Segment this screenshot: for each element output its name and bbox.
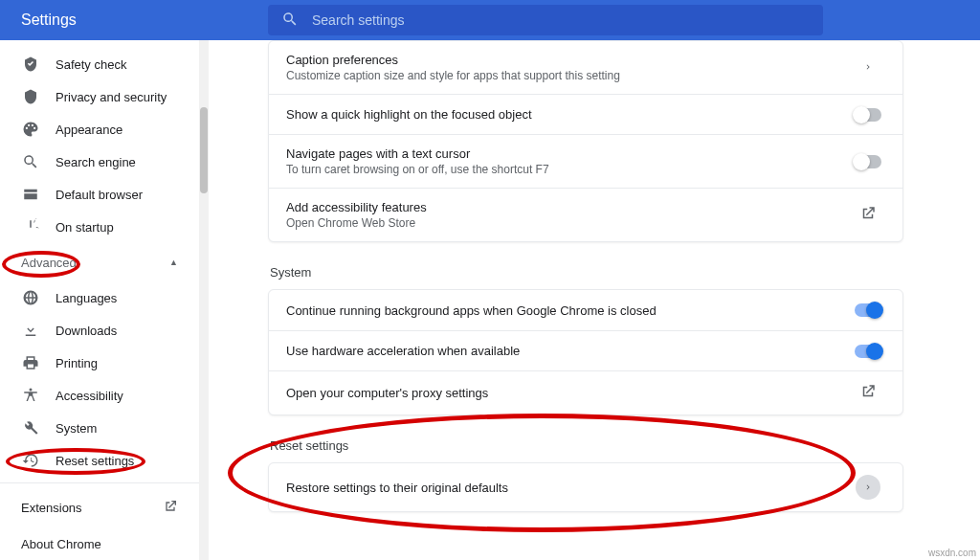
external-link-icon [163, 499, 178, 517]
toggle-switch[interactable] [855, 303, 881, 317]
browser-icon [21, 185, 40, 204]
row-title: Show a quick highlight on the focused ob… [286, 107, 851, 122]
about-label: About Chrome [21, 537, 101, 551]
shield-icon [21, 87, 40, 106]
row-text: Show a quick highlight on the focused ob… [286, 107, 851, 122]
accessibility-icon [21, 386, 40, 405]
sidebar-item-label: Downloads [56, 324, 117, 338]
row-text: Navigate pages with a text cursorTo turn… [286, 146, 851, 176]
settings-row[interactable]: Add accessibility featuresOpen Chrome We… [269, 188, 902, 241]
sidebar: Safety checkPrivacy and securityAppearan… [0, 40, 199, 560]
row-title: Restore settings to their original defau… [286, 481, 851, 495]
row-action [851, 155, 885, 168]
sidebar-item[interactable]: Accessibility [0, 379, 199, 412]
search-bar[interactable] [268, 5, 823, 35]
row-action [851, 108, 885, 122]
header-bar: Settings [0, 0, 980, 40]
row-text: Open your computer's proxy settings [286, 386, 851, 400]
row-text: Use hardware acceleration when available [286, 344, 851, 358]
sidebar-item[interactable]: On startup [0, 211, 199, 243]
row-action [851, 60, 885, 75]
sidebar-item-label: System [56, 421, 97, 436]
app-title: Settings [0, 11, 268, 29]
globe-icon [21, 288, 40, 307]
row-text: Restore settings to their original defau… [286, 481, 851, 495]
row-action [851, 475, 885, 500]
sidebar-item[interactable]: Languages [0, 281, 199, 314]
row-text: Caption preferencesCustomize caption siz… [286, 53, 851, 82]
row-subtitle: To turn caret browsing on or off, use th… [286, 163, 851, 176]
arrow-button[interactable] [856, 475, 880, 500]
reset-card: Restore settings to their original defau… [268, 462, 903, 512]
download-icon [21, 321, 40, 340]
sidebar-item-label: On startup [56, 220, 114, 235]
sidebar-item[interactable]: System [0, 412, 199, 444]
printer-icon [21, 353, 40, 372]
sidebar-extensions[interactable]: Extensions [0, 489, 199, 526]
wrench-icon [21, 418, 40, 437]
settings-row[interactable]: Continue running background apps when Go… [269, 290, 902, 330]
watermark: wsxdn.com [928, 548, 976, 558]
toggle-switch[interactable] [855, 345, 881, 358]
settings-row[interactable]: Show a quick highlight on the focused ob… [269, 94, 902, 134]
external-link-icon [859, 383, 877, 403]
row-title: Add accessibility features [286, 200, 851, 214]
sidebar-item[interactable]: Downloads [0, 314, 199, 347]
extensions-label: Extensions [21, 501, 82, 515]
sidebar-item-label: Privacy and security [56, 90, 167, 104]
power-icon [21, 217, 40, 236]
chevron-up-icon: ▲ [169, 258, 178, 267]
advanced-label: Advanced [21, 256, 77, 270]
settings-row[interactable]: Caption preferencesCustomize caption siz… [269, 41, 902, 94]
sidebar-item[interactable]: Appearance [0, 113, 199, 146]
sidebar-item-label: Search engine [56, 155, 136, 169]
toggle-switch[interactable] [855, 108, 881, 122]
system-section-title: System [270, 265, 903, 280]
sidebar-item-label: Accessibility [56, 389, 123, 403]
scrollbar[interactable] [199, 40, 209, 560]
row-title: Caption preferences [286, 53, 851, 67]
settings-row[interactable]: Open your computer's proxy settings [269, 370, 902, 414]
row-title: Open your computer's proxy settings [286, 386, 851, 400]
row-subtitle: Open Chrome Web Store [286, 216, 851, 230]
sidebar-item-label: Languages [56, 291, 117, 305]
row-action [851, 383, 885, 403]
row-subtitle: Customize caption size and style for app… [286, 69, 851, 82]
sidebar-item[interactable]: Reset settings [0, 444, 199, 477]
sidebar-item[interactable]: Privacy and security [0, 80, 199, 113]
row-title: Use hardware acceleration when available [286, 344, 851, 358]
sidebar-item[interactable]: Search engine [0, 146, 199, 178]
sidebar-item[interactable]: Printing [0, 347, 199, 379]
search-icon [281, 11, 299, 31]
sidebar-item-label: Reset settings [56, 454, 134, 468]
divider [0, 482, 199, 483]
shield-check-icon [21, 55, 40, 74]
main-content: Caption preferencesCustomize caption siz… [209, 40, 980, 560]
sidebar-item-label: Printing [56, 356, 98, 370]
settings-row[interactable]: Restore settings to their original defau… [269, 463, 902, 511]
row-action [851, 345, 885, 358]
system-card: Continue running background apps when Go… [268, 289, 903, 415]
settings-row[interactable]: Navigate pages with a text cursorTo turn… [269, 134, 902, 188]
search-input[interactable] [312, 12, 810, 28]
sidebar-about[interactable]: About Chrome [0, 526, 199, 560]
search-icon [21, 152, 40, 171]
sidebar-item-label: Default browser [56, 188, 143, 202]
sidebar-item[interactable]: Safety check [0, 48, 199, 80]
settings-row[interactable]: Use hardware acceleration when available [269, 330, 902, 370]
reset-section-title: Reset settings [270, 438, 903, 453]
restore-icon [21, 451, 40, 470]
row-title: Navigate pages with a text cursor [286, 146, 851, 161]
toggle-switch[interactable] [855, 155, 881, 168]
sidebar-item[interactable]: Default browser [0, 178, 199, 211]
scrollbar-thumb[interactable] [200, 107, 208, 193]
row-action [851, 303, 885, 317]
chevron-right-icon [863, 60, 873, 75]
row-title: Continue running background apps when Go… [286, 303, 851, 318]
row-text: Continue running background apps when Go… [286, 303, 851, 318]
external-link-icon [859, 205, 877, 225]
sidebar-item-label: Safety check [56, 57, 126, 72]
advanced-section-toggle[interactable]: Advanced ▲ [0, 243, 199, 281]
palette-icon [21, 120, 40, 139]
row-text: Add accessibility featuresOpen Chrome We… [286, 200, 851, 230]
